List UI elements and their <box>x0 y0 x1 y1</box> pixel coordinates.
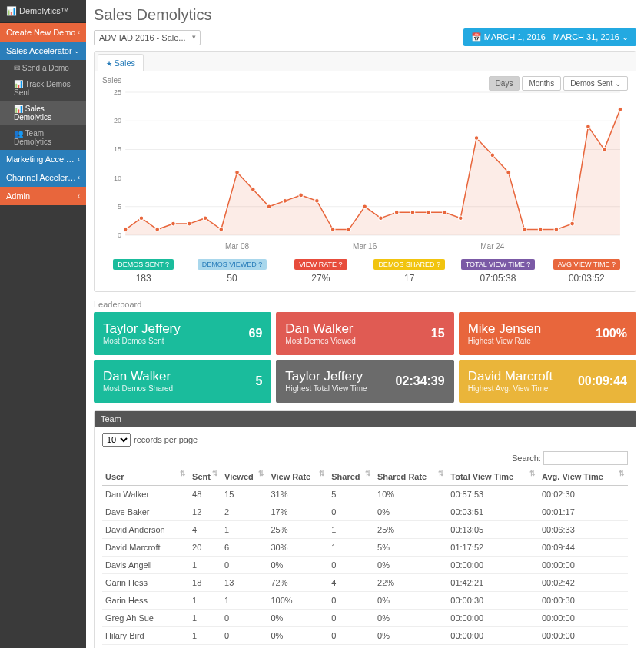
help-icon[interactable]: ? <box>165 261 169 268</box>
table-cell: 0% <box>374 503 447 521</box>
column-header[interactable]: Sent⇅ <box>189 468 221 486</box>
help-icon[interactable]: ? <box>437 261 440 268</box>
table-cell: 22% <box>374 574 447 592</box>
table-cell: 00:00:30 <box>447 592 539 610</box>
sidebar-sub-send-demo[interactable]: ✉ Send a Demo <box>0 60 86 76</box>
table-cell: 4 <box>189 521 221 539</box>
help-icon[interactable]: ? <box>526 261 530 268</box>
metric-dropdown[interactable]: Demos Sent ⌄ <box>563 76 628 91</box>
leader-card[interactable]: Taylor Jeffery Most Demos Sent 69 <box>94 312 271 355</box>
table-cell: 20 <box>189 539 221 557</box>
metric-view-rate: VIEW RATE ? 27% <box>277 258 365 284</box>
sidebar-sub-track-demos[interactable]: 📊 Track Demos Sent <box>0 76 86 101</box>
chart-tabs: Sales <box>95 52 636 71</box>
help-icon[interactable]: ? <box>612 261 616 268</box>
table-cell: 2 <box>221 645 267 649</box>
table-cell: 01:42:21 <box>447 574 539 592</box>
leader-stat: 00:09:44 <box>578 374 627 388</box>
svg-point-37 <box>523 228 527 232</box>
table-cell: 00:00:44 <box>539 645 628 649</box>
campaign-selector[interactable]: ADV IAD 2016 - Sale... <box>94 30 201 45</box>
column-header[interactable]: Shared⇅ <box>328 468 374 486</box>
metric-demos-sent: DEMOS SENT ? 183 <box>99 258 188 284</box>
toggle-days[interactable]: Days <box>489 76 520 91</box>
sidebar-sub-sales-demolytics[interactable]: 📊 Sales Demolytics <box>0 101 86 125</box>
svg-point-14 <box>155 228 160 232</box>
table-cell: 0% <box>374 627 447 645</box>
table-cell: 0% <box>267 610 328 627</box>
sidebar-channel-accelerator[interactable]: Channel Accelerator‹ <box>0 168 86 187</box>
table-cell: 1 <box>328 539 374 557</box>
leader-card[interactable]: Mike Jensen Highest View Rate 100% <box>459 312 636 355</box>
search-input[interactable] <box>543 451 628 465</box>
table-row: Davis Angell100%00%00:00:0000:00:00 <box>102 557 628 574</box>
column-header[interactable]: Avg. View Time⇅ <box>539 468 628 486</box>
sort-icon: ⇅ <box>365 472 371 476</box>
records-per-page-select[interactable]: 10 <box>102 433 131 447</box>
sort-icon: ⇅ <box>212 472 218 476</box>
svg-text:15: 15 <box>114 145 121 153</box>
leader-card[interactable]: David Marcroft Highest Avg. View Time 00… <box>459 360 636 403</box>
column-header[interactable]: Total View Time⇅ <box>447 468 539 486</box>
svg-text:20: 20 <box>114 117 121 125</box>
table-cell: 00:02:42 <box>539 574 628 592</box>
tab-sales[interactable]: Sales <box>98 54 144 71</box>
sidebar-create-demo[interactable]: Create New Demo‹ <box>0 23 86 42</box>
leader-card[interactable]: Dan Walker Most Demos Viewed 15 <box>276 312 453 355</box>
sidebar-marketing-accelerator[interactable]: Marketing Accelerator‹ <box>0 150 86 168</box>
svg-point-35 <box>490 153 495 158</box>
sort-icon: ⇅ <box>438 472 444 476</box>
svg-point-30 <box>410 210 415 214</box>
leader-card[interactable]: Taylor Jeffery Highest Total View Time 0… <box>276 360 453 403</box>
help-icon[interactable]: ? <box>258 261 262 268</box>
help-icon[interactable]: ? <box>338 261 342 268</box>
column-header[interactable]: View Rate⇅ <box>267 468 328 486</box>
leader-stat: 100% <box>596 327 627 341</box>
metric-value: 00:03:52 <box>543 273 631 284</box>
table-cell: 1 <box>189 627 221 645</box>
leader-card[interactable]: Dan Walker Most Demos Shared 5 <box>94 360 271 403</box>
svg-point-26 <box>347 228 351 232</box>
svg-point-34 <box>474 136 479 141</box>
svg-point-15 <box>171 221 176 226</box>
table-row: Garin Hess181372%422%01:42:2100:02:42 <box>102 574 628 592</box>
metric-value: 183 <box>99 273 188 284</box>
sidebar-sales-accelerator[interactable]: Sales Accelerator⌄ <box>0 42 86 60</box>
toggle-months[interactable]: Months <box>522 76 561 91</box>
table-cell: 2 <box>221 503 267 521</box>
date-range-button[interactable]: 📅 MARCH 1, 2016 - MARCH 31, 2016 ⌄ <box>463 28 636 46</box>
svg-text:5: 5 <box>118 203 121 211</box>
leader-sub: Most Demos Viewed <box>285 337 356 345</box>
table-cell: David Marcroft <box>102 539 189 557</box>
metric-label: DEMOS VIEWED ? <box>198 259 267 270</box>
sidebar-admin[interactable]: Admin‹ <box>0 187 86 205</box>
table-cell: 13 <box>221 574 267 592</box>
table-cell: 00:00:00 <box>447 627 539 645</box>
leader-sub: Most Demos Shared <box>103 384 173 393</box>
table-cell: 00:00:30 <box>539 592 628 610</box>
svg-point-39 <box>554 228 559 232</box>
table-cell: 0 <box>328 645 374 649</box>
svg-point-29 <box>394 210 399 214</box>
sidebar-sub-team-demolytics[interactable]: 👥 Team Demolytics <box>0 125 86 150</box>
table-cell: 0 <box>328 503 374 521</box>
table-cell: 72% <box>267 574 328 592</box>
metric-demos-shared: DEMOS SHARED ? 17 <box>365 258 453 284</box>
table-cell: 00:00:00 <box>447 557 539 574</box>
table-cell: Garin Hess <box>102 592 189 610</box>
table-cell: 4 <box>328 574 374 592</box>
table-row: David Marcroft20630%15%01:17:5200:09:44 <box>102 539 628 557</box>
column-header[interactable]: Viewed⇅ <box>221 468 267 486</box>
metric-value: 50 <box>188 273 276 284</box>
column-header[interactable]: Shared Rate⇅ <box>374 468 447 486</box>
table-row: Jake Reni4250%00%00:01:2600:00:44 <box>102 645 628 649</box>
table-cell: 00:02:30 <box>539 486 628 503</box>
table-cell: 0% <box>267 557 328 574</box>
metric-label: TOTAL VIEW TIME ? <box>461 259 536 270</box>
table-cell: 15 <box>221 486 267 503</box>
svg-point-16 <box>187 221 191 226</box>
svg-point-21 <box>267 204 271 209</box>
svg-point-19 <box>235 170 240 174</box>
column-header[interactable]: User⇅ <box>102 468 189 486</box>
chevron-left-icon: ‹ <box>78 155 80 163</box>
